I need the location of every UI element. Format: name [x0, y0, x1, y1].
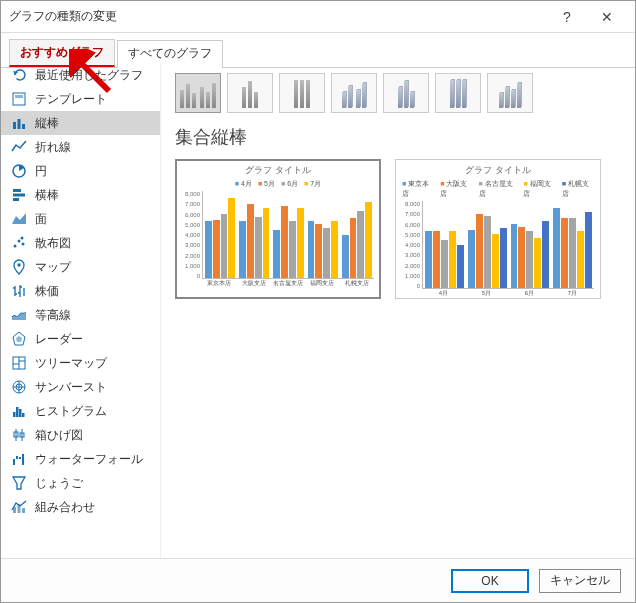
- subtype-3d-stacked-column[interactable]: [383, 73, 429, 113]
- bar-group: [205, 191, 235, 278]
- bar: [247, 204, 254, 278]
- chart-type-title: 集合縦棒: [175, 125, 621, 149]
- sidebar-item-radar[interactable]: レーダー: [1, 327, 160, 351]
- sidebar-item-histogram[interactable]: ヒストグラム: [1, 399, 160, 423]
- subtype-stacked-column[interactable]: [227, 73, 273, 113]
- bar: [323, 228, 330, 278]
- sidebar-item-label: 折れ線: [35, 139, 71, 156]
- bar: [357, 211, 364, 278]
- waterfall-icon: [11, 451, 27, 467]
- x-tick: 東京本店: [202, 279, 236, 288]
- bar: [308, 221, 315, 278]
- sidebar-item-label: 最近使用したグラフ: [35, 67, 143, 84]
- svg-point-14: [17, 263, 20, 266]
- bar-group: [425, 201, 464, 288]
- svg-point-13: [21, 237, 24, 240]
- sidebar-item-waterfall[interactable]: ウォーターフォール: [1, 447, 160, 471]
- bar: [492, 234, 499, 288]
- sidebar-item-label: 横棒: [35, 187, 59, 204]
- chart-category-list: 最近使用したグラフテンプレート縦棒折れ線円横棒面散布図マップ株価等高線レーダーツ…: [1, 63, 161, 558]
- bar: [484, 216, 491, 288]
- bar: [534, 238, 541, 288]
- sidebar-item-label: マップ: [35, 259, 71, 276]
- close-button[interactable]: ✕: [587, 1, 627, 33]
- sidebar-item-label: ヒストグラム: [35, 403, 107, 420]
- cancel-button[interactable]: キャンセル: [539, 569, 621, 593]
- bar: [511, 224, 518, 288]
- subtype-clustered-column[interactable]: [175, 73, 221, 113]
- legend-entry: 7月: [304, 179, 321, 189]
- sidebar-item-sunburst[interactable]: サンバースト: [1, 375, 160, 399]
- preview-plot: 8,0007,0006,0005,0004,0003,0002,0001,000…: [402, 201, 594, 289]
- x-axis: 東京本店大阪支店名古屋支店福岡支店札幌支店: [202, 279, 374, 288]
- sidebar-item-surface[interactable]: 等高線: [1, 303, 160, 327]
- bar: [281, 206, 288, 278]
- bars-area: [422, 201, 594, 289]
- bar: [425, 231, 432, 288]
- ok-button[interactable]: OK: [451, 569, 529, 593]
- y-axis: 8,0007,0006,0005,0004,0003,0002,0001,000…: [182, 191, 202, 279]
- funnel-icon: [11, 475, 27, 491]
- pie-icon: [11, 163, 27, 179]
- sidebar-item-line[interactable]: 折れ線: [1, 135, 160, 159]
- preview-title: グラフ タイトル: [402, 164, 594, 177]
- sidebar-item-stock[interactable]: 株価: [1, 279, 160, 303]
- sidebar-item-label: 縦棒: [35, 115, 59, 132]
- sidebar-item-bar[interactable]: 横棒: [1, 183, 160, 207]
- subtype-3d-clustered-column[interactable]: [331, 73, 377, 113]
- bar: [315, 224, 322, 278]
- sidebar-item-scatter[interactable]: 散布図: [1, 231, 160, 255]
- sidebar-item-column[interactable]: 縦棒: [1, 111, 160, 135]
- preview-thumbnail-1[interactable]: グラフ タイトル4月5月6月7月8,0007,0006,0005,0004,00…: [175, 159, 381, 299]
- bar: [561, 218, 568, 288]
- sidebar-item-label: ツリーマップ: [35, 355, 107, 372]
- svg-marker-16: [16, 336, 22, 342]
- y-tick: 3,000: [402, 252, 420, 258]
- legend-entry: 大阪支店: [440, 179, 472, 199]
- bar: [221, 214, 228, 278]
- bar: [585, 212, 592, 288]
- bar: [433, 231, 440, 288]
- sidebar-item-treemap[interactable]: ツリーマップ: [1, 351, 160, 375]
- map-icon: [11, 259, 27, 275]
- scatter-icon: [11, 235, 27, 251]
- bar-group: [553, 201, 592, 288]
- x-tick: 札幌支店: [340, 279, 374, 288]
- y-tick: 6,000: [182, 212, 200, 218]
- sidebar-item-recent[interactable]: 最近使用したグラフ: [1, 63, 160, 87]
- svg-rect-27: [19, 409, 22, 417]
- svg-rect-9: [13, 198, 19, 201]
- bar: [468, 230, 475, 288]
- template-icon: [11, 91, 27, 107]
- subtype-3d-100-stacked-column[interactable]: [435, 73, 481, 113]
- sidebar-item-pie[interactable]: 円: [1, 159, 160, 183]
- sidebar-item-label: ウォーターフォール: [35, 451, 143, 468]
- window-title: グラフの種類の変更: [9, 8, 547, 25]
- svg-rect-35: [19, 457, 21, 459]
- area-icon: [11, 211, 27, 227]
- sidebar-item-map[interactable]: マップ: [1, 255, 160, 279]
- svg-rect-5: [22, 124, 25, 129]
- preview-thumbnail-2[interactable]: グラフ タイトル東京本店大阪支店名古屋支店福岡支店札幌支店8,0007,0006…: [395, 159, 601, 299]
- y-tick: 4,000: [402, 242, 420, 248]
- svg-rect-2: [15, 95, 23, 98]
- bar-group: [308, 191, 338, 278]
- subtype-3d-column[interactable]: [487, 73, 533, 113]
- combo-icon: [11, 499, 27, 515]
- y-tick: 5,000: [182, 222, 200, 228]
- sidebar-item-combo[interactable]: 組み合わせ: [1, 495, 160, 519]
- bar-icon: [11, 187, 27, 203]
- sidebar-item-area[interactable]: 面: [1, 207, 160, 231]
- sidebar-item-boxplot[interactable]: 箱ひげ図: [1, 423, 160, 447]
- sidebar-item-funnel[interactable]: じょうご: [1, 471, 160, 495]
- bar: [365, 202, 372, 278]
- sidebar-item-label: サンバースト: [35, 379, 107, 396]
- help-button[interactable]: ?: [547, 1, 587, 33]
- boxplot-icon: [11, 427, 27, 443]
- bar-group: [468, 201, 507, 288]
- subtype-100-stacked-column[interactable]: [279, 73, 325, 113]
- sidebar-item-template[interactable]: テンプレート: [1, 87, 160, 111]
- bar: [297, 208, 304, 278]
- bar: [441, 240, 448, 288]
- preview-legend: 東京本店大阪支店名古屋支店福岡支店札幌支店: [402, 179, 594, 199]
